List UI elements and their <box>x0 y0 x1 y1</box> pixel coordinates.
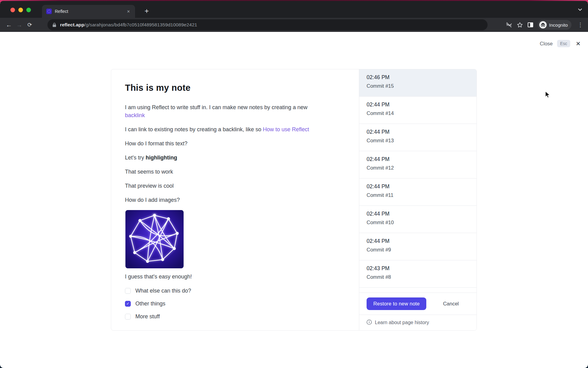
history-footer[interactable]: Learn about page history <box>359 315 477 330</box>
note-checklist: ✓ What else can this do? ✓ Other things … <box>125 287 341 320</box>
commit-item[interactable]: 02:44 PM Commit #9 <box>359 233 477 260</box>
lock-icon <box>52 23 56 27</box>
tab-search-chevron-icon[interactable] <box>578 7 582 13</box>
tab-title: Reflect <box>55 9 126 14</box>
url-domain: reflect.app <box>60 22 85 27</box>
info-icon <box>367 320 372 326</box>
commit-item[interactable]: 02:44 PM Commit #10 <box>359 206 477 233</box>
side-panel-icon[interactable] <box>527 22 533 28</box>
note-paragraph: That preview is cool <box>125 182 341 190</box>
commit-item[interactable]: 02:43 PM Commit #8 <box>359 260 477 288</box>
note-paragraph: Let's try highlighting <box>125 154 341 162</box>
note-paragraph: I can link to existing notes by creating… <box>125 125 341 133</box>
eye-off-icon[interactable] <box>506 21 512 28</box>
esc-key-badge: Esc <box>557 40 570 47</box>
learn-about-page-history-link[interactable]: Learn about page history <box>375 320 429 325</box>
reflect-page: Close Esc ✕ This is my note I am using R… <box>0 32 588 368</box>
checklist-item: ✓ More stuff <box>125 312 341 320</box>
how-to-use-reflect-link[interactable]: How to use Reflect <box>263 126 309 132</box>
browser-tab[interactable]: Reflect ✕ <box>42 5 135 18</box>
checklist-item: ✓ Other things <box>125 300 341 308</box>
checklist-item: ✓ What else can this do? <box>125 287 341 295</box>
bold-text: highlighting <box>145 155 177 161</box>
url-bar[interactable]: reflect.app/g/sarahjonas/bd4fb7c0510f489… <box>47 19 488 30</box>
note-paragraph: I guess that's easy enough! <box>125 273 341 281</box>
incognito-label: Incognito <box>549 22 568 28</box>
traffic-lights <box>10 8 31 12</box>
bookmark-star-icon[interactable] <box>517 22 523 28</box>
close-icon[interactable]: ✕ <box>576 40 581 47</box>
window-corner <box>0 363 5 368</box>
mouse-cursor <box>545 91 552 99</box>
commit-item[interactable]: 02:46 PM Commit #15 <box>359 69 477 97</box>
commit-item[interactable]: 02:44 PM Commit #11 <box>359 178 477 206</box>
tab-strip: Reflect ✕ + <box>0 1 588 18</box>
close-label[interactable]: Close <box>540 41 553 47</box>
url-path: /g/sarahjonas/bd4fb7c0510f489581359d1008… <box>85 22 197 27</box>
incognito-badge: Incognito <box>538 20 571 30</box>
window-corner <box>583 363 588 368</box>
window-minimize-button[interactable] <box>18 8 23 12</box>
note-paragraph-highlighted[interactable]: That seems to work <box>125 168 341 176</box>
backlink-link[interactable]: backlink <box>125 112 145 118</box>
browser-toolbar: ← → ⟳ reflect.app/g/sarahjonas/bd4fb7c05… <box>0 18 588 32</box>
commit-item[interactable]: 02:44 PM Commit #14 <box>359 97 477 124</box>
note-title: This is my note <box>125 83 341 93</box>
cancel-button[interactable]: Cancel <box>441 301 461 307</box>
url-text: reflect.app/g/sarahjonas/bd4fb7c0510f489… <box>60 22 197 28</box>
window-zoom-button[interactable] <box>26 8 31 12</box>
window-close-button[interactable] <box>10 8 15 12</box>
browser-menu-icon[interactable]: ⋮ <box>576 21 585 28</box>
restore-to-new-note-button[interactable]: Restore to new note <box>367 297 426 310</box>
commit-item[interactable]: 02:44 PM Commit #13 <box>359 124 477 151</box>
back-button[interactable]: ← <box>4 21 14 29</box>
checkbox-checked[interactable]: ✓ <box>125 301 131 307</box>
commit-item[interactable]: 02:44 PM Commit #12 <box>359 151 477 178</box>
reflect-favicon-icon <box>46 9 52 14</box>
commit-item-partial[interactable] <box>359 288 477 293</box>
checkbox-unchecked[interactable]: ✓ <box>125 314 131 320</box>
note-paragraph: How do I format this text? <box>125 140 341 148</box>
network-graph-image[interactable] <box>125 210 184 268</box>
note-history-card: This is my note I am using Reflect to wr… <box>111 69 477 331</box>
history-actions: Restore to new note Cancel <box>359 293 477 315</box>
note-paragraph: I am using Reflect to write stuff in. I … <box>125 103 341 119</box>
forward-button: → <box>14 21 24 29</box>
toolbar-right-icons: Incognito ⋮ <box>506 18 585 32</box>
note-paragraph: How do I add images? <box>125 196 341 204</box>
browser-chrome: Reflect ✕ + ← → ⟳ reflect.app/g/sarahjon… <box>0 1 588 32</box>
reload-button[interactable]: ⟳ <box>24 21 35 28</box>
incognito-icon <box>539 21 547 29</box>
overlay-close-bar: Close Esc ✕ <box>540 40 581 47</box>
checkbox-unchecked[interactable]: ✓ <box>125 288 131 294</box>
note-editor[interactable]: This is my note I am using Reflect to wr… <box>111 69 359 330</box>
tab-close-icon[interactable]: ✕ <box>126 9 131 14</box>
page-history-panel: 02:46 PM Commit #15 02:44 PM Commit #14 … <box>359 69 477 330</box>
new-tab-button[interactable]: + <box>141 6 152 16</box>
